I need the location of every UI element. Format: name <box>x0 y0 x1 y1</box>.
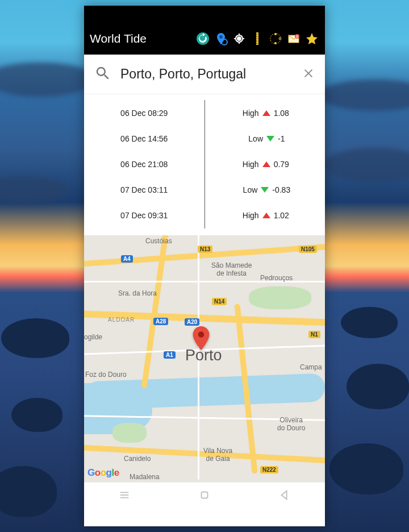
road-shield: A4 <box>121 255 133 263</box>
map-label: Custóias <box>145 237 172 245</box>
tide-time: 06 Dec 08:29 <box>84 100 204 126</box>
road-shield: N14 <box>212 298 227 305</box>
tide-label: High <box>241 109 259 118</box>
map-label: Foz do Douro <box>85 371 127 379</box>
tide-height: 0.79 <box>274 160 289 169</box>
tide-time: 06 Dec 14:56 <box>84 126 204 151</box>
svg-point-18 <box>198 331 204 338</box>
map-marker-icon[interactable] <box>192 326 210 352</box>
map-label: Sra. da Hora <box>118 289 157 297</box>
tide-time: 06 Dec 21:08 <box>84 151 204 177</box>
wallpaper-cloud <box>0 176 68 205</box>
tide-time: 07 Dec 03:11 <box>84 177 204 203</box>
wallpaper-rock <box>0 466 57 517</box>
wallpaper-cloud <box>324 148 409 182</box>
wallpaper-rock <box>347 364 409 409</box>
svg-rect-22 <box>201 492 207 498</box>
back-button[interactable] <box>278 489 291 504</box>
toolbar: @ <box>195 31 319 46</box>
search-icon[interactable] <box>94 65 111 84</box>
search-bar <box>84 55 325 94</box>
system-nav-bar <box>84 482 325 509</box>
tide-value: High 0.79 <box>205 151 325 177</box>
tide-label: High <box>241 160 259 169</box>
road-shield: N13 <box>198 246 212 253</box>
wallpaper-rock <box>1 318 69 358</box>
tide-label: High <box>241 211 259 220</box>
svg-text:@: @ <box>295 35 298 38</box>
map-label: Campa <box>300 363 322 371</box>
tide-height: 1.08 <box>274 109 289 118</box>
title-bar: World Tide @ <box>84 23 325 55</box>
svg-point-10 <box>274 33 277 35</box>
wallpaper-rock <box>329 443 403 494</box>
map-label: Oliveirado Douro <box>277 416 305 432</box>
map-park <box>249 286 311 309</box>
tide-value: Low -0.83 <box>205 177 325 203</box>
star-icon[interactable] <box>304 31 319 46</box>
tide-height: -0.83 <box>272 185 290 194</box>
road-shield: N105 <box>299 246 317 253</box>
tide-label: Low <box>239 185 257 194</box>
moon-phase-icon[interactable] <box>268 31 283 46</box>
svg-point-1 <box>219 35 223 39</box>
tide-height: 1.02 <box>274 211 289 220</box>
tide-value: High 1.02 <box>205 203 325 228</box>
trend-down-icon <box>266 136 274 142</box>
gps-target-icon[interactable] <box>232 31 247 46</box>
app-window: World Tide @ <box>84 6 325 526</box>
trend-down-icon <box>261 187 269 193</box>
map-label: Pedrouços <box>260 274 293 282</box>
refresh-icon[interactable] <box>195 31 210 46</box>
google-attribution: Google <box>87 467 119 479</box>
tide-table[interactable]: 06 Dec 08:29 06 Dec 14:56 06 Dec 21:08 0… <box>84 94 325 235</box>
map-label: Vila Novade Gaia <box>203 447 232 463</box>
wallpaper-rock <box>11 398 62 432</box>
mail-icon[interactable]: @ <box>286 31 301 46</box>
tide-time: 07 Dec 09:31 <box>84 203 204 228</box>
road-shield: A20 <box>185 318 199 326</box>
wallpaper-rock <box>341 307 398 338</box>
trend-up-icon <box>262 161 270 167</box>
map-label: Canidelo <box>124 455 151 463</box>
wallpaper-cloud <box>0 63 97 97</box>
map-label: ALDOAR <box>108 317 135 323</box>
map-label: São Mamedede Infesta <box>211 261 252 277</box>
recent-apps-button[interactable] <box>118 489 131 504</box>
tide-label: Low <box>245 134 263 143</box>
tide-value: High 1.08 <box>205 100 325 126</box>
tide-value: Low -1 <box>205 126 325 151</box>
tide-times-column: 06 Dec 08:29 06 Dec 14:56 06 Dec 21:08 0… <box>84 100 204 228</box>
trend-up-icon <box>262 213 270 218</box>
map-label: ogilde <box>84 333 102 341</box>
trend-up-icon <box>262 110 270 116</box>
tide-height: -1 <box>278 134 285 143</box>
map-park <box>112 423 147 443</box>
app-title: World Tide <box>90 32 147 45</box>
map-label: Madalena <box>130 473 160 481</box>
status-bar <box>84 6 325 23</box>
road-shield: A28 <box>153 318 168 325</box>
location-pin-icon[interactable] <box>214 31 228 46</box>
tide-values-column: High 1.08 Low -1 High 0.79 Low -0.83 Hig… <box>205 100 325 228</box>
road-shield: A1 <box>164 351 176 359</box>
svg-point-12 <box>274 42 277 44</box>
svg-point-11 <box>279 38 281 40</box>
wallpaper-cloud <box>318 80 409 111</box>
road-shield: N222 <box>260 466 278 473</box>
ruler-icon[interactable] <box>250 31 265 46</box>
home-button[interactable] <box>198 489 211 504</box>
search-input[interactable] <box>120 66 293 82</box>
map-view[interactable]: A4 A28 A20 A1 N13 N105 N14 N1 N222 Custó… <box>84 235 325 482</box>
clear-search-icon[interactable] <box>302 67 315 82</box>
road-shield: N1 <box>308 331 320 338</box>
